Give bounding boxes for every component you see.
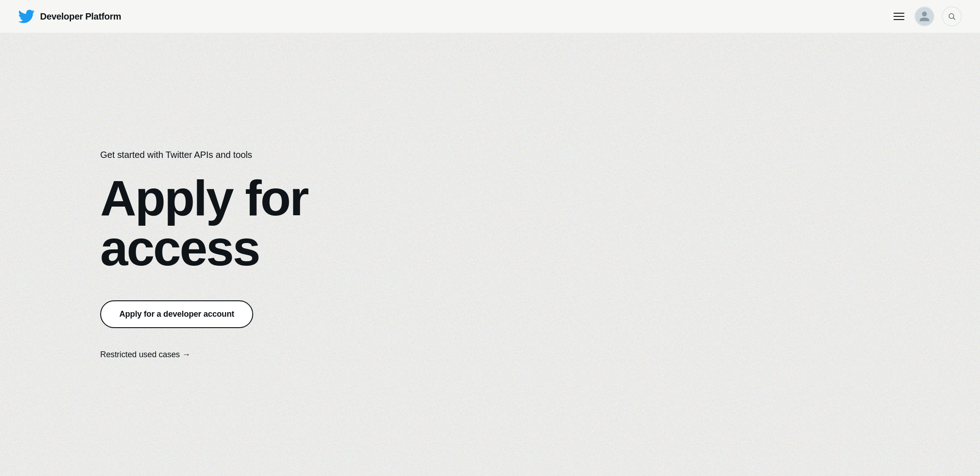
search-icon — [948, 12, 956, 20]
hamburger-line-3 — [893, 19, 904, 20]
restricted-use-cases-link[interactable]: Restricted used cases → — [100, 350, 190, 360]
user-avatar-button[interactable] — [914, 6, 934, 26]
hero-section: Get started with Twitter APIs and tools … — [0, 113, 410, 396]
hero-title: Apply for access — [100, 173, 310, 273]
site-title: Developer Platform — [40, 11, 121, 22]
header-actions — [891, 6, 962, 26]
svg-point-0 — [949, 14, 954, 19]
hero-subtitle: Get started with Twitter APIs and tools — [100, 150, 310, 160]
main-content: Get started with Twitter APIs and tools … — [0, 0, 980, 476]
hamburger-line-2 — [893, 16, 904, 17]
hero-title-line1: Apply for — [100, 170, 308, 226]
site-header: Developer Platform — [0, 0, 980, 33]
twitter-logo-icon — [18, 8, 35, 25]
hamburger-line-1 — [893, 13, 904, 14]
hero-actions: Apply for a developer account Restricted… — [100, 300, 310, 360]
svg-line-1 — [953, 18, 955, 20]
avatar-icon — [919, 10, 930, 22]
hero-title-line2: access — [100, 220, 259, 276]
search-button[interactable] — [942, 6, 962, 26]
header-logo-group: Developer Platform — [18, 8, 121, 25]
hamburger-menu-button[interactable] — [891, 10, 907, 23]
apply-developer-account-button[interactable]: Apply for a developer account — [100, 300, 253, 328]
